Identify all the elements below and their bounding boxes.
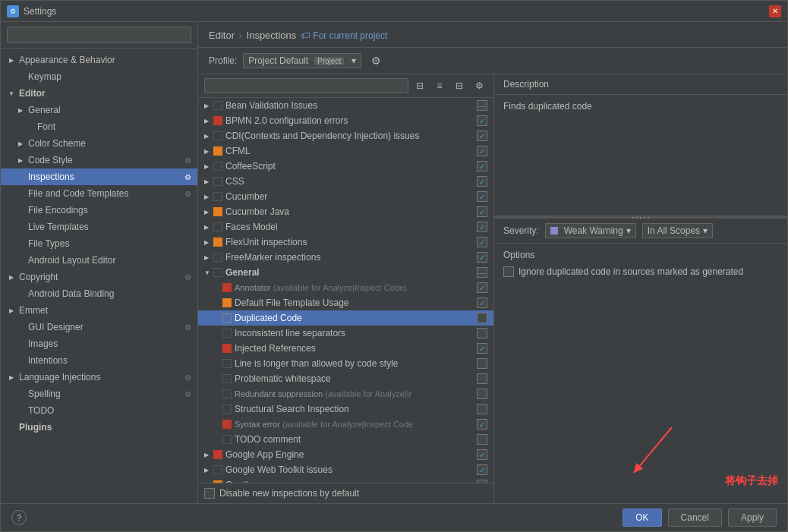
item-checkbox[interactable]: ✓ bbox=[477, 343, 487, 354]
list-item[interactable]: ▶ FreeMarker inspections ✓ bbox=[198, 250, 493, 265]
breadcrumb-separator: › bbox=[239, 30, 245, 41]
sidebar-item-android-layout[interactable]: Android Layout Editor bbox=[1, 252, 197, 269]
list-item[interactable]: Structural Search Inspection bbox=[198, 401, 493, 417]
disable-new-checkbox[interactable] bbox=[204, 488, 215, 499]
sidebar-item-editor[interactable]: ▼ Editor bbox=[1, 85, 197, 102]
item-checkbox[interactable]: ✓ bbox=[477, 252, 487, 263]
list-item[interactable]: ▶ Cucumber Java ✓ bbox=[198, 204, 493, 219]
item-checkbox[interactable]: ✓ bbox=[477, 297, 487, 308]
item-checkbox[interactable]: ✓ bbox=[477, 115, 487, 126]
profile-gear-button[interactable]: ⚙ bbox=[367, 52, 384, 69]
list-item[interactable]: ▶ BPMN 2.0 configuration errors ✓ bbox=[198, 113, 493, 128]
item-checkbox[interactable] bbox=[477, 404, 487, 414]
list-item[interactable]: Inconsistent line separators bbox=[198, 326, 493, 341]
item-checkbox[interactable]: ✓ bbox=[477, 464, 487, 475]
filter-input[interactable] bbox=[204, 78, 408, 93]
sidebar-search-input[interactable] bbox=[7, 27, 191, 43]
list-item[interactable]: Syntax error (available for Analyze|Insp… bbox=[198, 417, 493, 432]
list-item[interactable]: ▶ Gradle ✓ bbox=[198, 477, 493, 483]
item-checkbox[interactable]: ✓ bbox=[477, 480, 487, 483]
item-checkbox[interactable] bbox=[477, 373, 487, 384]
sidebar-item-intentions[interactable]: Intentions bbox=[1, 352, 197, 369]
sidebar-item-file-encodings[interactable]: File Encodings bbox=[1, 202, 197, 219]
severity-select[interactable]: Weak Warning ▾ bbox=[545, 223, 636, 238]
item-checkbox[interactable] bbox=[477, 313, 487, 323]
list-item[interactable]: Injected References ✓ bbox=[198, 341, 493, 356]
list-item[interactable]: ▶ Google App Engine ✓ bbox=[198, 447, 493, 462]
list-item[interactable]: ▶ CDI(Contexts and Dependency Injection)… bbox=[198, 128, 493, 143]
sidebar-item-images[interactable]: Images bbox=[1, 335, 197, 352]
sidebar-item-general[interactable]: ▶ General bbox=[1, 102, 197, 118]
sidebar-item-file-templates[interactable]: File and Code Templates ⚙ bbox=[1, 185, 197, 202]
option-ignore-checkbox[interactable] bbox=[503, 266, 514, 277]
ok-button[interactable]: OK bbox=[623, 508, 661, 527]
sidebar-item-color-scheme[interactable]: ▶ Color Scheme bbox=[1, 135, 197, 152]
sidebar-item-live-templates[interactable]: Live Templates bbox=[1, 219, 197, 235]
list-item[interactable]: ▶ Faces Model ✓ bbox=[198, 219, 493, 235]
item-checkbox[interactable]: ✓ bbox=[477, 206, 487, 217]
sidebar-item-appearance[interactable]: ▶ Appearance & Behavior bbox=[1, 52, 197, 68]
item-checkbox[interactable] bbox=[477, 389, 487, 399]
list-item[interactable]: ▶ Cucumber ✓ bbox=[198, 189, 493, 204]
sidebar-item-spelling[interactable]: Spelling ⚙ bbox=[1, 386, 197, 402]
collapse-all-btn[interactable]: ⊟ bbox=[451, 77, 468, 94]
sidebar-item-font[interactable]: Font bbox=[1, 118, 197, 135]
filter-icon-btn[interactable]: ⊟ bbox=[411, 77, 428, 94]
item-checkbox[interactable]: ✓ bbox=[477, 419, 487, 430]
item-checkbox[interactable] bbox=[477, 328, 487, 338]
item-checkbox[interactable]: ✓ bbox=[477, 237, 487, 247]
profile-row: Profile: Project Default Project ▾ ⚙ bbox=[198, 48, 787, 74]
list-item[interactable]: ▶ Google Web Toolkit issues ✓ bbox=[198, 462, 493, 477]
sidebar-item-copyright[interactable]: ▶ Copyright ⚙ bbox=[1, 269, 197, 285]
item-checkbox[interactable]: ✓ bbox=[477, 449, 487, 460]
list-item[interactable]: ▶ CFML ✓ bbox=[198, 143, 493, 159]
sidebar-item-gui[interactable]: GUI Designer ⚙ bbox=[1, 319, 197, 335]
item-checkbox[interactable]: ✓ bbox=[477, 146, 487, 156]
scope-select[interactable]: In All Scopes ▾ bbox=[642, 223, 713, 238]
item-checkbox[interactable] bbox=[477, 434, 487, 445]
list-item[interactable]: ▶ CoffeeScript ✓ bbox=[198, 159, 493, 174]
sidebar-item-code-style[interactable]: ▶ Code Style ⚙ bbox=[1, 152, 197, 168]
list-item[interactable]: TODO comment bbox=[198, 432, 493, 447]
item-checkbox[interactable]: ✓ bbox=[477, 282, 487, 293]
item-checkbox[interactable]: ✓ bbox=[477, 176, 487, 187]
list-item[interactable]: Default File Template Usage ✓ bbox=[198, 295, 493, 310]
list-item-duplicated-code[interactable]: Duplicated Code bbox=[198, 310, 493, 326]
sidebar-item-inspections[interactable]: Inspections ⚙ bbox=[1, 168, 197, 185]
item-color-indicator bbox=[213, 268, 222, 277]
list-item[interactable]: ▶ Bean Validation Issues — bbox=[198, 98, 493, 113]
cancel-button[interactable]: Cancel bbox=[668, 508, 722, 527]
list-item[interactable]: ▶ FlexUnit inspections ✓ bbox=[198, 235, 493, 250]
list-item-group-general[interactable]: ▼ General — bbox=[198, 265, 493, 280]
item-checkbox[interactable]: — bbox=[477, 100, 487, 111]
sidebar-item-lang-injections[interactable]: ▶ Language Injections ⚙ bbox=[1, 369, 197, 386]
sidebar-item-plugins[interactable]: Plugins bbox=[1, 419, 197, 436]
expand-all-btn[interactable]: ≡ bbox=[431, 77, 448, 94]
apply-button[interactable]: Apply bbox=[728, 508, 777, 527]
arrow-icon bbox=[16, 206, 25, 215]
item-color-indicator bbox=[213, 238, 222, 247]
item-color-indicator bbox=[222, 298, 232, 307]
item-checkbox[interactable]: ✓ bbox=[477, 131, 487, 141]
list-item[interactable]: Line is longer than allowed by code styl… bbox=[198, 356, 493, 371]
help-button[interactable]: ? bbox=[11, 510, 27, 525]
list-item[interactable]: Problematic whitespace bbox=[198, 371, 493, 386]
item-checkbox[interactable]: ✓ bbox=[477, 161, 487, 172]
sidebar-item-emmet[interactable]: ▶ Emmet bbox=[1, 302, 197, 319]
sidebar-item-keymap[interactable]: Keymap bbox=[1, 68, 197, 85]
close-button[interactable]: ✕ bbox=[769, 5, 781, 17]
item-checkbox[interactable]: — bbox=[477, 267, 487, 278]
profile-select[interactable]: Project Default Project ▾ bbox=[243, 53, 361, 68]
item-checkbox[interactable] bbox=[477, 358, 487, 369]
settings-toolbar-btn[interactable]: ⚙ bbox=[471, 77, 487, 94]
item-color-indicator bbox=[213, 450, 222, 459]
list-item[interactable]: Redundant suppression (available for Ana… bbox=[198, 386, 493, 401]
item-checkbox[interactable]: ✓ bbox=[477, 222, 487, 232]
list-item[interactable]: ▶ CSS ✓ bbox=[198, 174, 493, 189]
sidebar-item-android-data[interactable]: Android Data Binding bbox=[1, 285, 197, 302]
sidebar-item-todo[interactable]: TODO bbox=[1, 402, 197, 419]
item-checkbox[interactable]: ✓ bbox=[477, 191, 487, 202]
sidebar-item-file-types[interactable]: File Types bbox=[1, 235, 197, 252]
list-item[interactable]: Annotator (available for Analyze|Inspect… bbox=[198, 280, 493, 295]
sidebar: ▶ Appearance & Behavior Keymap ▼ Editor … bbox=[1, 22, 198, 503]
